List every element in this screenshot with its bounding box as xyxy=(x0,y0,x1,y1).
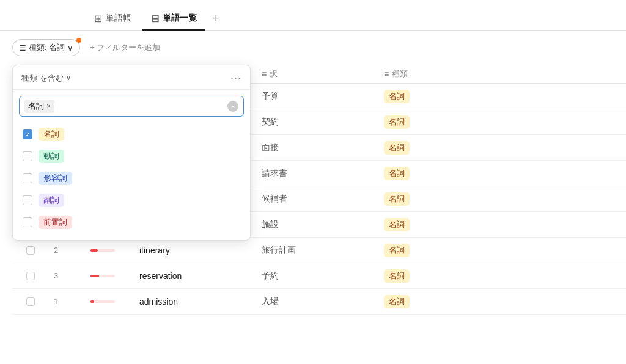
row-checkbox-cell[interactable] xyxy=(12,241,49,260)
header-type-icon: ≡ xyxy=(384,69,389,79)
row-trans-cell: 請求書 xyxy=(257,163,379,184)
row-type-cell: 名詞 xyxy=(379,187,452,211)
row-trans-cell: 入場 xyxy=(257,291,379,312)
checkbox-adj-label: 形容詞 xyxy=(39,172,72,185)
row-trans: 面接 xyxy=(262,142,279,153)
row-progress-bar xyxy=(90,300,115,303)
checkbox-prep[interactable]: 前置詞 xyxy=(19,212,244,233)
tab-list[interactable]: ⊟ 単語一覧 xyxy=(142,8,205,31)
list-icon: ⊟ xyxy=(151,13,159,24)
row-trans-cell: 面接 xyxy=(257,137,379,158)
checkbox-adj-indicator xyxy=(23,173,32,183)
row-type-badge: 名詞 xyxy=(384,167,410,180)
row-trans: 予約 xyxy=(262,271,279,282)
row-word: admission xyxy=(139,297,178,307)
row-checkbox[interactable] xyxy=(26,272,35,280)
dropdown-chevron-icon[interactable]: ∨ xyxy=(66,74,71,82)
row-trans-cell: 予算 xyxy=(257,86,379,107)
row-word: reservation xyxy=(139,271,182,281)
row-checkbox[interactable] xyxy=(26,246,35,255)
row-trans-cell: 施設 xyxy=(257,214,379,235)
row-type-cell: 名詞 xyxy=(379,162,452,185)
row-count-cell: 3 xyxy=(49,266,86,285)
checkbox-adv[interactable]: 副詞 xyxy=(19,190,244,211)
filter-icon: ☰ xyxy=(19,43,26,53)
search-clear-button[interactable]: × xyxy=(227,101,238,112)
row-word-cell: itinerary xyxy=(134,241,257,260)
header-type-col: ≡ 種類 xyxy=(379,68,452,79)
header-type-label: 種類 xyxy=(392,68,408,79)
row-progress-cell xyxy=(86,270,134,282)
row-type-cell: 名詞 xyxy=(379,136,452,159)
header-trans-col: ≡ 訳 xyxy=(257,68,379,79)
dropdown-search-box: 名詞 × × xyxy=(19,96,244,117)
add-filter-label: + フィルターを追加 xyxy=(90,42,160,53)
checkbox-adv-label: 副詞 xyxy=(39,194,64,207)
checkbox-noun[interactable]: 名詞 xyxy=(19,124,244,145)
row-type-cell: 名詞 xyxy=(379,85,452,108)
dropdown-more-button[interactable]: ··· xyxy=(230,71,241,84)
row-type-badge: 名詞 xyxy=(384,218,410,231)
checkbox-adv-indicator xyxy=(23,195,32,205)
row-type-cell: 名詞 xyxy=(379,264,452,288)
row-progress-bar xyxy=(90,275,115,277)
add-filter-button[interactable]: + フィルターを追加 xyxy=(85,40,165,56)
dropdown-header-left: 種類 を含む ∨ xyxy=(21,73,71,84)
checkbox-list: 名詞 動詞 形容詞 副詞 前置詞 xyxy=(13,120,250,240)
search-tag: 名詞 × xyxy=(24,100,54,113)
tab-bar: ⊞ 単語帳 ⊟ 単語一覧 + xyxy=(0,0,626,31)
row-count-cell: 2 xyxy=(49,241,86,260)
tab-add-button[interactable]: + xyxy=(208,7,224,30)
row-progress-cell xyxy=(86,244,134,257)
checkbox-adj[interactable]: 形容詞 xyxy=(19,168,244,189)
row-checkbox[interactable] xyxy=(26,297,35,306)
table-row[interactable]: 3 reservation 予約 名詞 xyxy=(12,263,626,289)
tab-cards[interactable]: ⊞ 単語帳 xyxy=(86,8,140,31)
search-tag-close[interactable]: × xyxy=(46,102,51,111)
row-type-cell: 名詞 xyxy=(379,111,452,134)
row-type-badge: 名詞 xyxy=(384,295,410,308)
row-trans-cell: 候補者 xyxy=(257,189,379,209)
checkbox-verb[interactable]: 動詞 xyxy=(19,146,244,167)
filter-badge[interactable]: ☰ 種類: 名詞 ∨ xyxy=(12,39,80,56)
row-trans-cell: 旅行計画 xyxy=(257,240,379,261)
row-trans: 入場 xyxy=(262,296,279,307)
row-checkbox-cell[interactable] xyxy=(12,267,49,285)
row-type-cell: 名詞 xyxy=(379,290,452,313)
checkbox-verb-indicator xyxy=(23,151,32,161)
header-trans-label: 訳 xyxy=(270,68,278,79)
row-type-badge: 名詞 xyxy=(384,244,410,257)
row-trans-cell: 契約 xyxy=(257,112,379,133)
row-count: 2 xyxy=(54,246,58,255)
row-count-cell: 1 xyxy=(49,292,86,311)
row-progress-bar xyxy=(90,249,115,252)
toolbar: ☰ 種類: 名詞 ∨ + フィルターを追加 xyxy=(0,31,626,65)
filter-dot xyxy=(76,38,81,43)
row-type-badge: 名詞 xyxy=(384,90,410,103)
checkbox-verb-label: 動詞 xyxy=(39,150,64,163)
row-type-badge: 名詞 xyxy=(384,269,410,283)
row-progress-cell xyxy=(86,296,134,308)
tab-cards-label: 単語帳 xyxy=(106,13,131,24)
row-word: itinerary xyxy=(139,246,170,255)
row-word-cell: reservation xyxy=(134,266,257,286)
row-type-cell: 名詞 xyxy=(379,239,452,262)
row-word-cell: admission xyxy=(134,292,257,311)
search-tag-label: 名詞 xyxy=(28,101,44,112)
row-trans: 施設 xyxy=(262,219,279,230)
row-trans: 候補者 xyxy=(262,194,287,205)
row-type-badge: 名詞 xyxy=(384,192,410,206)
table-row[interactable]: 2 itinerary 旅行計画 名詞 xyxy=(12,238,626,263)
filter-label: 種類: 名詞 xyxy=(29,42,65,53)
chevron-down-icon: ∨ xyxy=(67,43,73,53)
filter-dropdown: 種類 を含む ∨ ··· 名詞 × × 名詞 動詞 形容詞 xyxy=(12,65,251,241)
header-trans-icon: ≡ xyxy=(262,69,267,79)
checkbox-prep-label: 前置詞 xyxy=(39,216,72,229)
row-type-cell: 名詞 xyxy=(379,213,452,236)
row-type-badge: 名詞 xyxy=(384,115,410,129)
row-trans: 予算 xyxy=(262,91,279,102)
dropdown-header: 種類 を含む ∨ ··· xyxy=(13,65,250,90)
cards-icon: ⊞ xyxy=(94,13,102,24)
table-row[interactable]: 1 admission 入場 名詞 xyxy=(12,289,626,315)
row-checkbox-cell[interactable] xyxy=(12,293,49,311)
